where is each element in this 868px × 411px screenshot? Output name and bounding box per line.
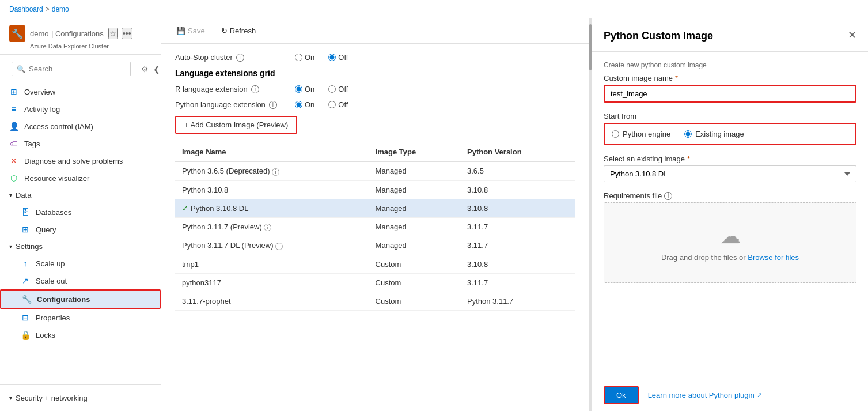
lang-ext-title: Language extensions grid (175, 69, 575, 78)
existing-image-select[interactable]: Python 3.6.5 (Deprecated) Python 3.10.8 … (604, 165, 856, 182)
cell-image-type: Custom (369, 273, 460, 292)
table-row[interactable]: python3117Custom3.11.7 (175, 273, 575, 292)
sidebar-item-overview[interactable]: ⊞ Overview (0, 83, 161, 100)
sidebar-item-label: Properties (36, 314, 70, 322)
existing-image-label[interactable]: Existing image (695, 130, 744, 138)
cell-python-version: 3.10.8 (460, 180, 575, 199)
scroll-thumb[interactable] (589, 24, 592, 70)
checkmark-icon: ✓ (182, 204, 188, 213)
auto-stop-on-radio[interactable] (295, 54, 302, 61)
browse-link[interactable]: Browse for files (748, 253, 799, 262)
locks-icon: 🔒 (21, 330, 30, 340)
table-row[interactable]: Python 3.11.7 (Preview) iManaged3.11.7 (175, 217, 575, 236)
sidebar-footer: ▾ Security + networking (0, 384, 161, 411)
sidebar-item-scale-up[interactable]: ↑ Scale up (0, 255, 161, 272)
custom-image-name-input[interactable] (604, 85, 856, 103)
sidebar-item-label: Activity log (24, 105, 60, 114)
sidebar-item-tags[interactable]: 🏷 Tags (0, 135, 161, 152)
auto-stop-off-radio[interactable] (328, 54, 336, 61)
col-image-type: Image Type (369, 143, 460, 161)
r-lang-info-icon[interactable]: i (251, 85, 259, 93)
sidebar-item-diagnose[interactable]: ✕ Diagnose and solve problems (0, 152, 161, 169)
sidebar-item-label: Scale out (36, 277, 67, 285)
python-engine-label[interactable]: Python engine (623, 130, 670, 138)
more-options-button[interactable]: ••• (122, 28, 132, 39)
favorite-button[interactable]: ☆ (108, 28, 118, 39)
row-info-icon[interactable]: i (272, 168, 279, 176)
r-lang-on-label[interactable]: On (295, 85, 314, 93)
sidebar-item-iam[interactable]: 👤 Access control (IAM) (0, 118, 161, 135)
sidebar-item-scale-out[interactable]: ↗ Scale out (0, 272, 161, 289)
side-panel: Python Custom Image ✕ Create new python … (592, 18, 868, 411)
auto-stop-off-label[interactable]: Off (328, 53, 348, 62)
auto-stop-info-icon[interactable]: i (236, 54, 244, 62)
save-button[interactable]: 💾 Save (170, 24, 211, 37)
python-lang-row: Python language extension i On Off (175, 100, 575, 109)
sidebar-item-configurations[interactable]: 🔧 Configurations (0, 289, 161, 309)
table-row[interactable]: ✓Python 3.10.8 DLManaged3.10.8 (175, 199, 575, 217)
existing-image-option[interactable]: Existing image (684, 130, 744, 138)
sidebar-resource-type: Azure Data Explorer Cluster (30, 43, 151, 50)
existing-image-radio[interactable] (684, 130, 692, 138)
upload-area[interactable]: ☁ Drag and drop the files or Browse for … (604, 202, 856, 283)
refresh-button[interactable]: ↻ Refresh (215, 24, 262, 37)
row-info-icon[interactable]: i (275, 243, 283, 250)
python-lang-off-label[interactable]: Off (328, 100, 348, 109)
requirements-info-icon[interactable]: i (664, 192, 672, 200)
sidebar-settings-section[interactable]: ▾ Settings (0, 238, 161, 255)
ok-button[interactable]: Ok (604, 386, 639, 404)
scale-out-icon: ↗ (21, 276, 30, 285)
python-engine-option[interactable]: Python engine (612, 130, 670, 138)
sidebar-item-query[interactable]: ⊞ Query (0, 221, 161, 238)
refresh-icon: ↻ (221, 27, 228, 35)
python-lang-info-icon[interactable]: i (269, 101, 277, 109)
r-lang-off-label[interactable]: Off (328, 85, 348, 93)
breadcrumb-home[interactable]: Dashboard (9, 5, 43, 13)
add-custom-image-button[interactable]: + Add Custom Image (Preview) (175, 116, 297, 134)
learn-more-link[interactable]: Learn more about Python plugin ↗ (648, 391, 762, 399)
upload-text: Drag and drop the files or Browse for fi… (661, 253, 799, 262)
python-lang-on-label[interactable]: On (295, 100, 314, 109)
breadcrumb-current[interactable]: demo (52, 5, 69, 13)
auto-stop-on-label[interactable]: On (295, 53, 314, 62)
r-lang-on-radio[interactable] (295, 85, 302, 93)
breadcrumb: Dashboard > demo (0, 0, 868, 18)
sidebar-security-section[interactable]: ▾ Security + networking (0, 390, 161, 406)
python-engine-radio[interactable] (612, 130, 619, 138)
table-row[interactable]: Python 3.10.8Managed3.10.8 (175, 180, 575, 199)
python-lang-on-radio[interactable] (295, 101, 302, 108)
sidebar-title-text: demo (30, 29, 49, 38)
cell-image-type: Managed (369, 180, 460, 199)
custom-image-name-label: Custom image name * (604, 74, 856, 82)
add-custom-image-label: + Add Custom Image (Preview) (184, 120, 288, 129)
sidebar-item-resource-visualizer[interactable]: ⬡ Resource visualizer (0, 169, 161, 187)
r-lang-off-radio[interactable] (328, 85, 336, 93)
sidebar-item-databases[interactable]: 🗄 Databases (0, 203, 161, 221)
table-row[interactable]: Python 3.6.5 (Deprecated) iManaged3.6.5 (175, 161, 575, 180)
sidebar-section-label: Security + networking (16, 394, 88, 402)
panel-title: Python Custom Image (604, 30, 713, 42)
python-lang-off-radio[interactable] (328, 101, 336, 108)
sidebar-settings-button[interactable]: ⚙ (140, 63, 150, 75)
row-info-icon[interactable]: i (264, 224, 271, 231)
panel-close-button[interactable]: ✕ (848, 30, 856, 40)
cell-image-type: Managed (369, 161, 460, 180)
table-row[interactable]: 3.11.7-prophetCustomPython 3.11.7 (175, 292, 575, 310)
toolbar: 💾 Save ↻ Refresh (161, 18, 589, 44)
table-row[interactable]: tmp1Custom3.10.8 (175, 255, 575, 273)
scale-up-icon: ↑ (21, 259, 30, 268)
search-input[interactable] (29, 65, 126, 73)
python-lang-label: Python language extension i (175, 100, 290, 109)
sidebar-item-locks[interactable]: 🔒 Locks (0, 326, 161, 344)
table-row[interactable]: Python 3.11.7 DL (Preview) iManaged3.11.… (175, 236, 575, 255)
panel-body: Create new python custom image Custom im… (592, 52, 868, 379)
cell-image-name: Python 3.11.7 DL (Preview) i (175, 236, 369, 255)
sidebar-item-label: Databases (36, 208, 71, 217)
sidebar-collapse-button[interactable]: ❮ (152, 63, 161, 75)
r-lang-label: R language extension i (175, 85, 290, 93)
sidebar-item-properties[interactable]: ⊟ Properties (0, 309, 161, 326)
sidebar-pipe: | (51, 29, 55, 38)
sidebar-item-label: Query (36, 225, 56, 234)
sidebar-item-activity-log[interactable]: ≡ Activity log (0, 100, 161, 118)
sidebar-data-section[interactable]: ▾ Data (0, 187, 161, 203)
